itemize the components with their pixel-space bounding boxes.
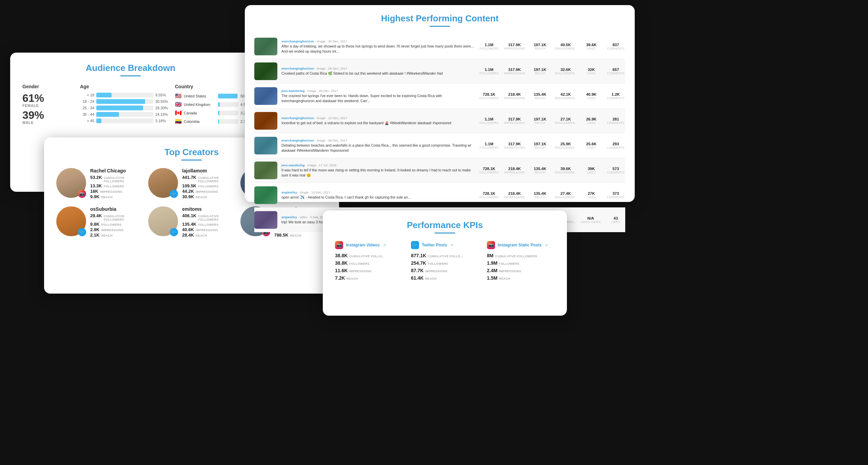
content-stat-label: REACH (531, 121, 550, 125)
content-stat-value: 317.9K (504, 68, 525, 72)
kpi-stat-value: 7.2K (335, 275, 345, 281)
content-thumbnail (254, 137, 277, 154)
content-stat: 218.4K IMPRESSIONS (504, 167, 525, 174)
creator-stat-value: 40.6K (182, 227, 194, 232)
content-thumbnail (254, 87, 277, 105)
thumb-placeholder (254, 211, 277, 229)
content-stat-label: IMPRESSIONS (504, 196, 525, 199)
kpi-external-link[interactable]: ↗ (383, 243, 386, 247)
content-text: Crooked paths of Costa Rica 🌿 Stoked to … (281, 71, 475, 76)
kpi-stat-value: 61.4K (411, 275, 423, 281)
content-stat-value: 1.1M (479, 117, 498, 121)
creator-stat-value: 53.2K (90, 175, 102, 180)
content-user: everchanginghorizon (281, 138, 314, 142)
creator-stat: 406.1K CUMULATIVE FOLLOWERS (182, 213, 235, 221)
country-flag: 🇨🇴 (175, 118, 182, 125)
content-text: After a day of trekking, we showed up to… (281, 44, 475, 54)
country-bar (218, 111, 219, 115)
age-rows: < 18 9.55% 18 - 24 30.55% 25 - 34 29.30%… (80, 93, 168, 123)
content-stat: 837 COMMENTS (606, 43, 625, 50)
content-stat: 728.1K FOLLOWERS (479, 167, 498, 174)
age-range-label: < 18 (80, 93, 94, 97)
content-stat-label: REACH (531, 146, 550, 149)
age-range-label: > 45 (80, 119, 94, 123)
thumb-placeholder (254, 62, 277, 80)
content-stat: 317.9K IMPRESSIONS (504, 68, 525, 75)
content-stat: 218.4K IMPRESSIONS (504, 191, 525, 199)
kpi-stat-label: IMPRESSIONS (349, 269, 372, 273)
male-row: 39% MALE (22, 110, 71, 125)
creator-stat: 2.9K IMPRESSIONS (90, 227, 143, 232)
content-text: open arms! ✈️ - Headed to Costa Rica. I … (281, 195, 475, 200)
country-flag: 🇺🇸 (175, 93, 182, 99)
content-stat-value: 317.9K (504, 43, 525, 47)
creator-info: Rachel Chicago 53.2K CUMULATIVE FOLLOWER… (90, 168, 143, 200)
content-stat: 1.1M FOLLOWERS (479, 142, 498, 149)
country-name: United States (184, 94, 216, 98)
age-row: > 45 3.18% (80, 118, 168, 123)
content-stat-label: FOLLOWERS (479, 171, 498, 174)
kpi-stat-label: CUMULATIVE FOLLO... (428, 255, 463, 258)
creator-info: lajollamom 441.7K CUMULATIVE FOLLOWERS 1… (182, 168, 235, 200)
content-thumbnail (254, 162, 277, 179)
content-row: jess.wandering · image · 09 Dec, 2017 Th… (254, 84, 625, 109)
creator-name: lajollamom (182, 168, 235, 173)
content-stat-value: 197.1K (531, 142, 550, 146)
creator-item: 🐦 osSuburbia 29.4K CUMULATIVE FOLLOWERS … (56, 206, 143, 238)
content-stat-label: LIKES (582, 171, 601, 174)
kpi-external-link[interactable]: ↗ (450, 243, 453, 247)
content-meta-top: everchanginghorizon · image · 30 Dec, 20… (281, 39, 475, 43)
kpi-stat: 1.5M REACH (487, 275, 555, 281)
country-bar-wrap (218, 111, 238, 115)
creator-stat-label: IMPRESSIONS (101, 228, 123, 232)
kpi-platform-col: 🐦 Twitter Posts ↗ 877.1K CUMULATIVE FOLL… (411, 241, 479, 282)
content-stat-value: 218.4K (504, 92, 525, 96)
kpi-external-link[interactable]: ↗ (545, 243, 548, 247)
content-stat-value: 197.1K (531, 117, 550, 121)
content-stat-value: 27.4K (555, 191, 576, 196)
kpi-stat: 87.7K IMPRESSIONS (411, 267, 479, 274)
creator-stat-value: 2.1K (90, 232, 99, 238)
content-stat-label: LIKES (606, 220, 625, 224)
content-stat-label: COMMENTS (606, 146, 625, 149)
content-stat: 32.6K ENGAGEMEN.. (555, 68, 576, 75)
content-stat-value: 135.4K (531, 92, 550, 96)
age-bar-wrap (96, 93, 153, 97)
content-meta-top: jess.wandering · image · 09 Dec, 2017 (281, 89, 475, 93)
age-bar-wrap (96, 118, 153, 123)
age-range-label: 35 - 44 (80, 112, 94, 116)
creator-stat-label: CUMULATIVE FOLLOWERS (198, 176, 235, 183)
content-stat-value: 26.9K (582, 117, 601, 121)
kpi-stat-value: 38.8K (335, 260, 348, 266)
creator-stat-value: 135.4K (182, 222, 196, 227)
creator-avatar-wrap: 🐦 (148, 206, 178, 236)
content-row: everchanginghorizon · image · 09 Dec, 20… (254, 133, 625, 158)
kpi-stat-label: FOLLOWERS (428, 262, 448, 265)
age-bar-wrap (96, 112, 153, 117)
content-stat-value: 197.1K (531, 68, 550, 72)
creator-stat-label: FOLLOWERS (198, 185, 218, 188)
creator-item: 🐦 emitoms 406.1K CUMULATIVE FOLLOWERS 13… (148, 206, 235, 238)
content-stat-label: REACH (531, 171, 550, 174)
kpi-grid: 📷 Instagram Videos ↗ 38.8K CUMULATIVE FO… (335, 241, 555, 282)
content-stat-label: COMMENTS (606, 96, 625, 100)
content-text: Incentive to get out of bed: a volcano t… (281, 120, 475, 126)
kpi-stat-label: CUMULATIVE FOLLOWERS (495, 255, 537, 258)
content-stat: 27.4K ENGAGEMEN.. (555, 191, 576, 199)
content-stat-value: 39.6K (555, 167, 576, 171)
content-stats: 728.1K FOLLOWERS 218.4K IMPRESSIONS 135.… (479, 167, 625, 174)
kpi-stat-value: 1.5M (487, 275, 497, 281)
age-section-label: Age (80, 84, 168, 89)
content-stat-label: IMPRESSIONS (504, 146, 525, 149)
content-stat-value: 317.9K (504, 117, 525, 121)
content-text: The craziest hot springs I've ever been … (281, 93, 475, 103)
content-user: everchanginghorizon (281, 116, 314, 120)
creator-stat: 9.8K FOLLOWERS (90, 222, 143, 227)
content-stat-value: 32.6K (555, 68, 576, 72)
country-bar-wrap (218, 119, 238, 124)
creator-info: osSuburbia 29.4K CUMULATIVE FOLLOWERS 9.… (90, 206, 143, 238)
content-stat-value: 837 (606, 43, 625, 47)
age-pct-label: 30.55% (155, 99, 168, 104)
creator-stat: 788.5K REACH (274, 232, 327, 238)
content-stat-value: N/A (580, 216, 601, 220)
